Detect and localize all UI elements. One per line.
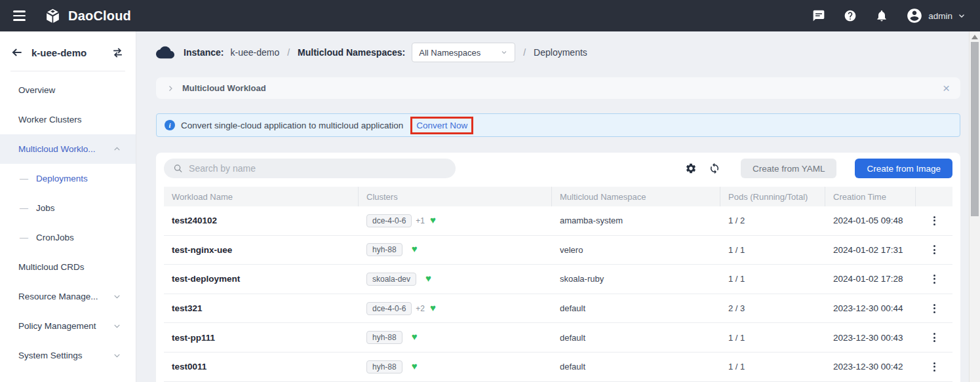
breadcrumb-page: Deployments [534,47,587,58]
workload-name-link[interactable]: test321 [164,303,359,313]
creation-time-cell: 2023-12-30 00:44 [825,303,916,313]
sidebar-item-overview[interactable]: Overview [0,75,136,105]
chevron-down-icon [113,322,121,330]
search-input[interactable] [189,163,446,174]
health-heart-icon: ♥ [412,243,418,254]
sidebar-item-jobs[interactable]: — Jobs [0,193,136,223]
chevron-down-icon [113,292,121,301]
sidebar-item-system-settings[interactable]: System Settings [0,341,136,370]
creation-time-cell: 2024-01-02 17:28 [825,274,916,284]
switch-instance-icon[interactable] [111,47,124,59]
namespace-select[interactable]: All Namespaces [412,43,515,62]
pods-cell: 1 / 1 [720,362,825,372]
sidebar-item-worker-clusters[interactable]: Worker Clusters [0,105,136,134]
col-header-creation-time: Creation Time [825,187,916,206]
chat-icon[interactable] [812,9,826,23]
pods-cell: 1 / 1 [720,274,825,284]
brand: DaoCloud [44,7,131,25]
user-menu[interactable]: admin [906,7,966,24]
chevron-down-icon [958,12,966,20]
workload-name-link[interactable]: test0011 [164,362,359,372]
instance-value[interactable]: k-uee-demo [230,47,279,58]
table-row: test-pp111 hyh-88♥ default 1 / 1 2023-12… [164,323,952,353]
cluster-chip[interactable]: hyh-88 [366,331,402,344]
hamburger-menu-icon[interactable] [12,8,27,24]
row-actions-kebab-icon[interactable] [931,272,938,286]
health-heart-icon: ♥ [412,360,418,372]
namespace-cell: amamba-system [552,216,720,225]
col-header-namespace: Multicloud Namespace [552,187,720,206]
pods-cell: 1 / 1 [720,333,825,343]
create-from-image-button[interactable]: Create from Image [855,159,952,178]
workload-name-link[interactable]: test-pp111 [164,333,359,343]
vertical-scrollbar[interactable] [969,31,980,382]
namespace-cell: velero [552,245,720,255]
convert-now-link[interactable]: Convert Now [416,121,467,130]
creation-time-cell: 2024-01-05 09:48 [825,216,916,225]
cluster-chip[interactable]: hyh-88 [366,360,402,373]
daocloud-logo-icon [44,7,62,25]
namespace-cell: default [552,303,720,313]
pods-cell: 1 / 1 [720,245,825,255]
table-row: test321 dce-4-0-6+2♥ default 2 / 3 2023-… [164,294,952,324]
creation-time-cell: 2023-12-30 00:43 [825,333,916,343]
cluster-chip[interactable]: hyh-88 [366,243,402,256]
topbar: DaoCloud admin [0,0,980,31]
workload-table-card: Create from YAML Create from Image Workl… [156,153,960,382]
scrollbar-up-arrow[interactable] [971,35,978,39]
row-actions-kebab-icon[interactable] [931,301,938,316]
close-icon[interactable]: × [943,82,950,94]
table-toolbar: Create from YAML Create from Image [164,159,952,178]
workload-table: Workload Name Clusters Multicloud Namesp… [164,187,952,382]
workload-name-link[interactable]: test-deployment [164,274,359,284]
health-heart-icon: ♥ [425,273,431,284]
back-arrow-icon[interactable] [10,46,24,59]
table-row: test-nginx-uee hyh-88♥ velero 1 / 1 2024… [164,236,952,265]
row-actions-kebab-icon[interactable] [931,360,938,374]
table-row: test240102 dce-4-0-6+1♥ amamba-system 1 … [164,206,952,236]
namespace-select-value: All Namespaces [419,48,480,58]
create-from-yaml-button[interactable]: Create from YAML [741,159,837,178]
info-icon: i [165,120,175,130]
table-settings-gear-icon[interactable] [684,162,697,175]
collapse-bar-label: Multicloud Workload [182,83,266,93]
cluster-title: k-uee-demo [31,47,104,58]
scrollbar-thumb[interactable] [971,42,979,216]
namespaces-label: Multicloud Namespaces: [298,47,405,58]
sidebar-item-multicloud-crds[interactable]: Multicloud CRDs [0,252,136,282]
workload-name-link[interactable]: test-nginx-uee [164,245,359,255]
col-header-actions [916,187,952,206]
sidebar-item-resource-management[interactable]: Resource Manage... [0,282,136,311]
sidebar-divider [10,71,125,71]
health-heart-icon: ♥ [412,331,418,342]
notifications-bell-icon[interactable] [874,9,889,23]
multicloud-workload-collapse-bar[interactable]: Multicloud Workload × [156,77,960,99]
refresh-icon[interactable] [708,162,721,175]
workload-name-link[interactable]: test240102 [164,216,359,225]
search-box[interactable] [164,159,456,178]
row-actions-kebab-icon[interactable] [931,214,938,228]
sidebar-item-policy-management[interactable]: Policy Management [0,311,136,341]
col-header-pods: Pods (Running/Total) [720,187,825,206]
cluster-chip[interactable]: dce-4-0-6 [366,302,412,315]
row-actions-kebab-icon[interactable] [931,330,938,345]
sidebar-item-multicloud-workloads[interactable]: Multicloud Worklo... [0,134,136,164]
chevron-down-icon [500,48,508,56]
sidebar-item-cronjobs[interactable]: — CronJobs [0,223,136,252]
sidebar: k-uee-demo Overview Worker Clusters Mult… [0,31,136,382]
namespace-cell: default [552,362,720,372]
namespace-cell: default [552,333,720,343]
cluster-chip[interactable]: skoala-dev [366,273,416,286]
chevron-right-icon [167,85,174,92]
table-row: test0011 hyh-88♥ default 1 / 1 2023-12-3… [164,353,952,382]
main-content: Instance: k-uee-demo / Multicloud Namesp… [136,31,980,382]
convert-now-highlight: Convert Now [410,117,473,134]
col-header-workload-name: Workload Name [164,187,359,206]
row-actions-kebab-icon[interactable] [931,242,938,257]
sidebar-item-deployments[interactable]: — Deployments [0,164,136,193]
help-icon[interactable] [843,9,857,23]
cluster-chip[interactable]: dce-4-0-6 [366,214,412,227]
namespace-cell: skoala-ruby [552,274,720,284]
instance-label: Instance: [184,47,224,58]
cluster-extra-count: +1 [416,216,425,225]
